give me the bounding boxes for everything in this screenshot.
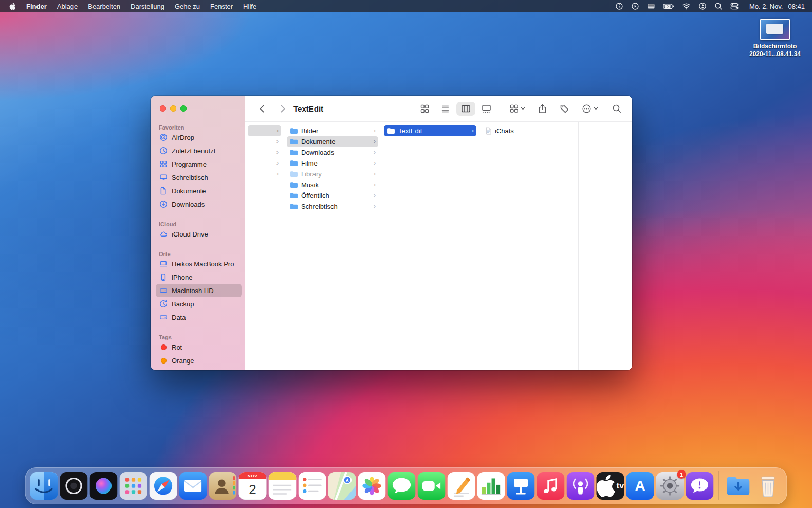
pages-dock-icon[interactable]: [448, 472, 475, 500]
sidebar-item-tag-gelb[interactable]: Gelb: [156, 367, 242, 370]
finder-dock-icon[interactable]: [30, 472, 58, 500]
zoom-button[interactable]: [180, 105, 187, 112]
user-account-icon[interactable]: [698, 2, 707, 10]
sidebar-item-icloud-drive[interactable]: iCloud Drive: [156, 227, 242, 241]
document-icon: [159, 187, 168, 195]
control-center-icon[interactable]: [730, 2, 739, 10]
app-store-letter: A: [635, 478, 645, 494]
trash-dock-icon[interactable]: [754, 472, 782, 500]
safari-dock-icon[interactable]: [150, 472, 177, 500]
column1-row-highlighted[interactable]: ›: [248, 125, 281, 136]
sidebar-item-iphone[interactable]: iPhone: [156, 270, 242, 284]
dark-lens-app-dock-icon[interactable]: [60, 472, 88, 500]
folder-row-dokumente[interactable]: Dokumente ›: [287, 136, 378, 147]
sidebar-item-downloads[interactable]: Downloads: [156, 197, 242, 211]
play-circle-icon[interactable]: [631, 2, 639, 10]
folder-icon: [290, 128, 298, 134]
mail-dock-icon[interactable]: [179, 472, 207, 500]
apple-logo-icon: [9, 2, 16, 10]
group-by-button[interactable]: [509, 104, 525, 113]
share-button[interactable]: [538, 104, 547, 114]
sidebar-item-macintosh-hd[interactable]: Macintosh HD: [156, 284, 242, 297]
wifi-icon[interactable]: [682, 3, 691, 10]
reminders-dock-icon[interactable]: [299, 472, 326, 500]
desktop-screenshot-file[interactable]: Bildschirmfoto 2020-11...08.41.34: [744, 19, 806, 58]
messages-dock-icon[interactable]: [388, 472, 416, 500]
music-dock-icon[interactable]: [537, 472, 565, 500]
sidebar-item-zuletzt-benutzt[interactable]: Zuletzt benutzt: [156, 144, 242, 157]
apple-logo-icon: [597, 472, 616, 500]
sidebar-item-macbook-pro[interactable]: Heikos MacBook Pro: [156, 257, 242, 270]
back-button[interactable]: [257, 104, 267, 114]
sidebar-item-backup[interactable]: Backup: [156, 297, 242, 311]
laptop-icon: [159, 260, 168, 268]
menu-hilfe[interactable]: Hilfe: [238, 3, 262, 10]
apple-menu[interactable]: [7, 2, 21, 10]
folder-row-bilder[interactable]: Bilder ›: [287, 125, 378, 136]
search-button[interactable]: [612, 104, 622, 114]
gallery-view-button[interactable]: [477, 102, 496, 116]
battery-charging-icon[interactable]: [663, 2, 674, 10]
menu-finder[interactable]: Finder: [21, 3, 52, 10]
menu-clock[interactable]: Mo. 2. Nov. 08:41: [749, 3, 805, 10]
folder-row-musik[interactable]: Musik ›: [287, 179, 378, 190]
folder-row-library[interactable]: Library ›: [287, 169, 378, 179]
sidebar-item-tag-rot[interactable]: Rot: [156, 340, 242, 354]
menu-ablage[interactable]: Ablage: [52, 3, 83, 10]
column-view-button[interactable]: [456, 102, 475, 116]
podcasts-dock-icon[interactable]: [567, 472, 595, 500]
chevron-right-icon: ›: [374, 170, 376, 177]
icon-view-button[interactable]: [415, 102, 434, 116]
column1-row[interactable]: ›: [248, 158, 281, 169]
siri-dock-icon[interactable]: [90, 472, 118, 500]
photos-dock-icon[interactable]: [358, 472, 386, 500]
more-actions-button[interactable]: [582, 104, 598, 114]
sidebar-item-data[interactable]: Data: [156, 311, 242, 324]
menu-darstellung[interactable]: Darstellung: [125, 3, 170, 10]
menu-fenster[interactable]: Fenster: [205, 3, 238, 10]
sidebar-item-programme[interactable]: Programme: [156, 157, 242, 171]
maps-dock-icon[interactable]: [328, 472, 356, 500]
spotlight-icon[interactable]: [714, 2, 723, 10]
folder-row-textedit-selected[interactable]: TextEdit ›: [384, 125, 476, 136]
tag-button[interactable]: [560, 104, 569, 114]
close-button[interactable]: [160, 105, 166, 112]
calendar-dock-icon[interactable]: NOV 2: [239, 472, 267, 500]
menu-gehe-zu[interactable]: Gehe zu: [170, 3, 205, 10]
folder-row-filme[interactable]: Filme ›: [287, 158, 378, 169]
numbers-dock-icon[interactable]: [477, 472, 505, 500]
facetime-dock-icon[interactable]: [418, 472, 446, 500]
folder-row-schreibtisch[interactable]: Schreibtisch ›: [287, 201, 378, 212]
dock-divider: [719, 471, 719, 500]
minimize-button[interactable]: [170, 105, 176, 112]
feedback-assistant-dock-icon[interactable]: [686, 472, 714, 500]
column1-row[interactable]: ›: [248, 136, 281, 147]
notes-dock-icon[interactable]: [269, 472, 297, 500]
column1-row[interactable]: ›: [248, 169, 281, 179]
keynote-dock-icon[interactable]: [507, 472, 535, 500]
folder-row-downloads[interactable]: Downloads ›: [287, 147, 378, 158]
chevron-right-icon: ›: [374, 159, 376, 166]
sidebar-item-label: Programme: [172, 160, 207, 168]
menu-bearbeiten[interactable]: Bearbeiten: [83, 3, 125, 10]
apps-grid-icon: [159, 160, 168, 168]
file-row-ichats[interactable]: iChats: [482, 125, 576, 136]
input-source-icon[interactable]: [647, 2, 655, 10]
list-view-button[interactable]: [436, 102, 455, 116]
sidebar-item-dokumente[interactable]: Dokumente: [156, 184, 242, 197]
screenshot-thumbnail: [760, 19, 790, 40]
app-store-dock-icon[interactable]: A: [626, 472, 654, 500]
system-preferences-dock-icon[interactable]: 1: [656, 472, 684, 500]
forward-button[interactable]: [278, 104, 287, 114]
column1-row[interactable]: ›: [248, 147, 281, 158]
contacts-dock-icon[interactable]: [209, 472, 237, 500]
tv-dock-icon[interactable]: tv: [597, 472, 624, 500]
sidebar-item-schreibtisch[interactable]: Schreibtisch: [156, 171, 242, 184]
sidebar-item-airdrop[interactable]: AirDrop: [156, 131, 242, 144]
screenshot-label: Bildschirmfoto 2020-11...08.41.34: [749, 43, 801, 58]
folder-row-oeffentlich[interactable]: Öffentlich ›: [287, 190, 378, 201]
launchpad-dock-icon[interactable]: [120, 472, 147, 500]
sidebar-item-tag-orange[interactable]: Orange: [156, 354, 242, 367]
downloads-folder-dock-icon[interactable]: [725, 472, 752, 500]
info-circle-icon[interactable]: [615, 2, 623, 10]
